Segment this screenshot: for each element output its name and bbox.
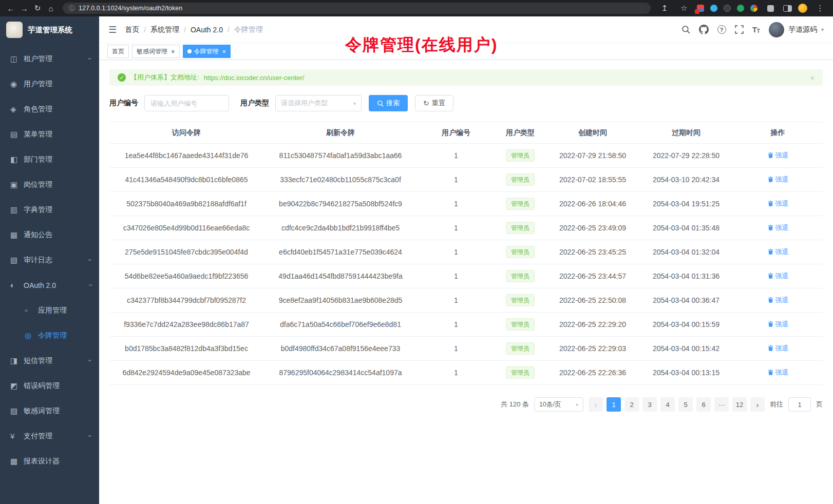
extension-icon-1[interactable] (697, 5, 704, 12)
tagview-tab[interactable]: 首页 (107, 45, 129, 58)
extension-icon-2[interactable] (710, 5, 717, 12)
sidebar-item[interactable]: ◫租户管理› (0, 46, 99, 71)
browser-profile-avatar[interactable] (798, 4, 807, 13)
address-bar[interactable]: ⓘ 127.0.0.1:1024/system/oauth2/token (63, 3, 651, 14)
force-logout-button[interactable]: 强退 (767, 175, 789, 184)
sidebar-item[interactable]: ▧审计日志› (0, 247, 99, 273)
department-icon: ◧ (10, 155, 23, 164)
force-logout-button[interactable]: 强退 (767, 296, 789, 305)
force-logout-button[interactable]: 强退 (767, 247, 789, 257)
page-button[interactable]: 2 (624, 397, 639, 412)
page-button[interactable]: 12 (732, 397, 747, 412)
more-pages-button[interactable]: ··· (714, 397, 729, 412)
sidebar-item[interactable]: ◧部门管理 (0, 147, 99, 172)
search-button[interactable]: 搜索 (369, 95, 408, 111)
refresh-token-cell: 811c530487574fa0af1a59d3abc1aa66 (263, 144, 418, 168)
tagview-tab[interactable]: 敏感词管理× (132, 45, 180, 58)
user-type-badge: 管理员 (506, 318, 535, 331)
extension-icon-3[interactable] (724, 5, 731, 12)
user-type-badge: 管理员 (506, 270, 535, 282)
table-row: 41c41346a548490f9dc8b01c6bfe0865333ecfc7… (109, 168, 823, 192)
total-count: 共 120 条 (501, 400, 529, 409)
sidebar-item[interactable]: ▦通知公告 (0, 222, 99, 247)
back-button[interactable]: ← (4, 2, 17, 14)
sidebar-item[interactable]: ▤菜单管理 (0, 122, 99, 147)
force-logout-button[interactable]: 强退 (767, 368, 789, 377)
help-icon[interactable]: ? (717, 25, 726, 34)
search-icon[interactable] (681, 25, 690, 34)
sidebar-item[interactable]: ▫应用管理 (0, 298, 99, 323)
sidebar-item[interactable]: ▩报表设计器 (0, 449, 99, 474)
page-size-select[interactable]: 10条/页 ▾ (534, 397, 583, 412)
sidebar-item[interactable]: ◩错误码管理 (0, 373, 99, 398)
create-time-cell: 2022-06-25 23:44:57 (546, 264, 639, 288)
force-logout-button[interactable]: 强退 (767, 272, 789, 281)
user-avatar (769, 22, 784, 37)
force-logout-button[interactable]: 强退 (767, 320, 789, 329)
doc-link[interactable]: https://doc.iocoder.cn/user-center/ (204, 74, 305, 82)
github-icon[interactable] (699, 25, 709, 34)
chevron-down-icon: ▾ (821, 27, 824, 32)
sidebar-item[interactable]: ◉用户管理 (0, 71, 99, 96)
reset-button[interactable]: ↻ 重置 (415, 95, 453, 111)
logo-image (6, 22, 23, 38)
bookmark-star-icon[interactable]: ☆ (677, 2, 691, 14)
next-page-button[interactable]: › (750, 397, 765, 412)
sidebar-item[interactable]: ◎令牌管理 (0, 323, 99, 348)
table-row: b0d1785bc3a8482f812db4a3f3bd15ecb0df4980… (109, 337, 823, 361)
sidebar-item[interactable]: ▣岗位管理 (0, 172, 99, 197)
navbar-right: ? TT 芋道源码 ▾ (681, 22, 824, 37)
breadcrumb-item[interactable]: 系统管理 (150, 25, 179, 34)
tagview-tab[interactable]: 令牌管理× (183, 45, 231, 58)
forward-button[interactable]: → (17, 2, 31, 14)
font-size-icon[interactable]: TT (752, 25, 760, 34)
page-button[interactable]: 4 (660, 397, 675, 412)
fullscreen-icon[interactable] (735, 25, 744, 34)
sidebar-item[interactable]: ¥支付管理› (0, 423, 99, 449)
browser-menu-icon[interactable]: ⋮ (813, 2, 827, 14)
sidebar-toggle-icon[interactable]: ☰ (108, 24, 117, 35)
force-logout-button[interactable]: 强退 (767, 344, 789, 353)
user-type-select[interactable]: 请选择用户类型 ▾ (275, 95, 362, 111)
prev-page-button[interactable]: ‹ (589, 397, 603, 412)
page-button[interactable]: 3 (642, 397, 657, 412)
breadcrumb-item[interactable]: 首页 (125, 25, 139, 34)
filter-form: 用户编号 用户类型 请选择用户类型 ▾ 搜索 ↻ 重置 (109, 95, 823, 111)
extension-icon-4[interactable] (737, 5, 744, 12)
site-info-icon[interactable]: ⓘ (69, 4, 75, 13)
user-type-badge: 管理员 (506, 198, 535, 210)
force-logout-button[interactable]: 强退 (767, 223, 789, 232)
sidebar-item[interactable]: ◐OAuth 2.0› (0, 273, 99, 298)
reload-button[interactable]: ↻ (31, 2, 44, 14)
tab-close-icon[interactable]: × (222, 48, 226, 55)
page-button[interactable]: 6 (696, 397, 711, 412)
user-menu[interactable]: 芋道源码 ▾ (769, 22, 824, 37)
page-button[interactable]: 5 (678, 397, 693, 412)
extension-icon-5[interactable] (750, 5, 758, 12)
goto-page-input[interactable] (788, 397, 811, 412)
url-text: 127.0.0.1:1024/system/oauth2/token (79, 5, 182, 12)
user-id-cell: 1 (418, 168, 495, 192)
sidebar-item[interactable]: ▨敏感词管理 (0, 398, 99, 423)
sidebar-item[interactable]: ◈角色管理 (0, 96, 99, 122)
refresh-token-cell: dfa6c71a50a54c66bef706ef9e6e8d81 (263, 313, 418, 337)
user-name: 芋道源码 (788, 25, 817, 34)
app-logo[interactable]: 芋道管理系统 (0, 16, 99, 43)
chevron-up-icon: › (86, 284, 93, 286)
extensions-puzzle-icon[interactable] (764, 2, 777, 14)
sidebar-item[interactable]: ▥字典管理 (0, 197, 99, 222)
breadcrumb-item[interactable]: OAuth 2.0 (191, 26, 223, 34)
split-view-icon[interactable] (783, 5, 792, 12)
page-button[interactable]: 1 (607, 397, 621, 412)
breadcrumb: 首页/系统管理/OAuth 2.0/令牌管理 (125, 25, 263, 34)
force-logout-button[interactable]: 强退 (767, 151, 789, 160)
notice-icon: ▦ (10, 230, 23, 240)
tab-close-icon[interactable]: × (171, 48, 175, 55)
sidebar-item[interactable]: ◨短信管理› (0, 348, 99, 373)
home-button[interactable]: ⌂ (44, 2, 58, 14)
share-icon[interactable]: ↥ (658, 2, 671, 14)
alert-close-icon[interactable]: × (810, 73, 815, 82)
user-id-input[interactable] (144, 95, 229, 111)
force-logout-button[interactable]: 强退 (767, 199, 789, 208)
chevron-down-icon: › (86, 57, 93, 60)
